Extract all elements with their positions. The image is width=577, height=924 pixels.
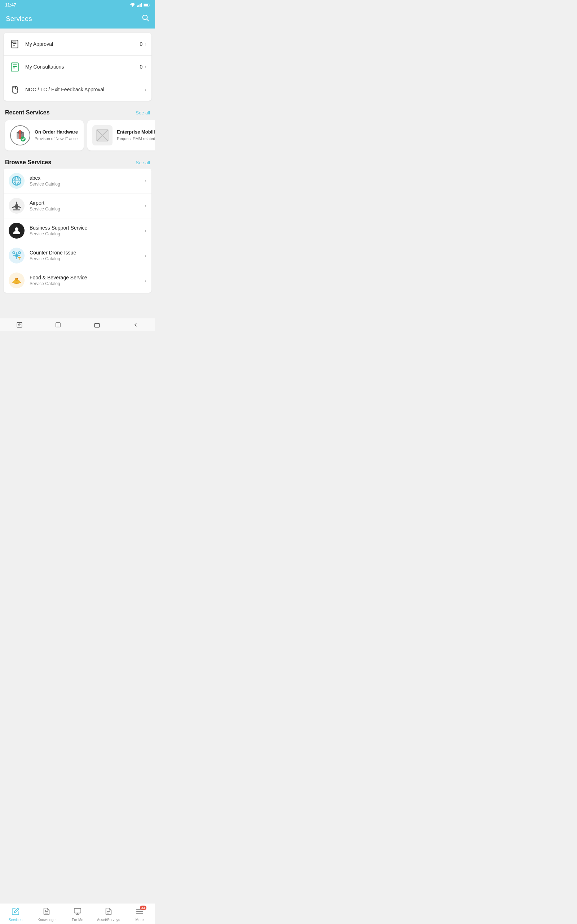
browse-item-food[interactable]: Food & Beverage Service Service Catalog … — [3, 268, 152, 293]
airport-title: Airport — [29, 200, 145, 206]
recent-service-emm[interactable]: Enterprise Mobility Management - Enrollm… — [87, 120, 155, 150]
abex-title: abex — [29, 175, 145, 181]
consult-count: 0 — [140, 64, 143, 69]
business-chevron: › — [145, 228, 147, 234]
svg-rect-33 — [15, 210, 15, 210]
main-content: My Approval 0 › My Consultations 0 › — [0, 33, 155, 318]
emm-subtitle: Request EMM related services f… — [117, 136, 155, 141]
home-button[interactable] — [53, 321, 63, 328]
hardware-icon — [10, 125, 30, 145]
browse-services-see-all[interactable]: See all — [135, 160, 150, 165]
hardware-subtitle: Provison of New IT asset — [35, 136, 79, 141]
svg-rect-34 — [16, 210, 17, 210]
wifi-icon — [130, 3, 135, 7]
business-subtitle: Service Catalog — [29, 231, 145, 236]
svg-line-9 — [147, 19, 148, 21]
approval-chevron: › — [145, 41, 147, 47]
svg-rect-2 — [139, 5, 140, 7]
page-title: Services — [6, 15, 32, 23]
svg-rect-35 — [18, 210, 19, 210]
browse-item-drone[interactable]: ! Counter Drone Issue Service Catalog › — [3, 243, 152, 268]
status-bar: 11:47 — [0, 0, 155, 10]
my-consultations-item[interactable]: My Consultations 0 › — [3, 56, 152, 78]
recent-services-see-all[interactable]: See all — [135, 110, 150, 115]
nav-back-arrow[interactable] — [130, 321, 141, 328]
consult-chevron: › — [145, 64, 147, 69]
svg-point-43 — [18, 252, 21, 254]
airport-icon — [9, 198, 24, 214]
search-icon[interactable] — [141, 14, 149, 23]
svg-rect-1 — [137, 5, 138, 7]
browse-item-airport[interactable]: Airport Service Catalog › — [3, 194, 152, 218]
ndc-icon — [9, 83, 21, 96]
svg-point-36 — [15, 228, 18, 231]
approval-icon — [9, 38, 21, 50]
svg-rect-14 — [11, 42, 13, 43]
drone-title: Counter Drone Issue — [29, 250, 145, 255]
ndc-tc-item[interactable]: NDC / TC / Exit Feedback Approval › — [3, 78, 152, 101]
svg-point-42 — [13, 252, 15, 254]
airport-subtitle: Service Catalog — [29, 207, 145, 212]
consult-icon — [9, 61, 21, 73]
consult-label: My Consultations — [25, 64, 140, 69]
system-nav — [0, 318, 155, 331]
abex-chevron: › — [145, 178, 147, 184]
svg-rect-6 — [149, 5, 150, 6]
abex-subtitle: Service Catalog — [29, 181, 145, 187]
food-subtitle: Service Catalog — [29, 281, 145, 286]
recent-service-hardware[interactable]: On Order Hardware Provison of New IT ass… — [5, 120, 84, 150]
emm-title: Enterprise Mobility Management - Enrollm… — [117, 129, 155, 135]
food-title: Food & Beverage Service — [29, 275, 145, 281]
svg-rect-10 — [11, 40, 18, 48]
drone-icon: ! — [9, 247, 24, 263]
browse-services-list: abex Service Catalog › Airport — [3, 168, 152, 293]
food-chevron: › — [145, 278, 147, 283]
browse-services-header: Browse Services See all — [0, 155, 155, 168]
back-button[interactable] — [14, 321, 25, 328]
recent-services-title: Recent Services — [5, 109, 50, 116]
status-time: 11:47 — [5, 3, 16, 8]
svg-rect-15 — [11, 63, 18, 71]
battery-icon — [143, 3, 150, 7]
svg-point-37 — [15, 254, 18, 257]
svg-rect-7 — [144, 4, 148, 6]
recents-button[interactable] — [92, 321, 102, 328]
approval-label: My Approval — [25, 41, 140, 47]
svg-rect-4 — [141, 3, 142, 7]
drone-subtitle: Service Catalog — [29, 256, 145, 261]
svg-rect-3 — [140, 4, 141, 7]
browse-item-business[interactable]: Business Support Service Service Catalog… — [3, 218, 152, 243]
svg-rect-59 — [95, 323, 100, 327]
browse-services-title: Browse Services — [5, 159, 51, 166]
business-icon — [9, 223, 24, 239]
svg-point-0 — [132, 6, 134, 7]
approval-count: 0 — [140, 41, 143, 47]
svg-rect-58 — [56, 323, 60, 327]
quick-actions-card: My Approval 0 › My Consultations 0 › — [3, 33, 152, 101]
ndc-label: NDC / TC / Exit Feedback Approval — [25, 87, 145, 92]
emm-icon — [92, 125, 113, 145]
browse-item-abex[interactable]: abex Service Catalog › — [3, 168, 152, 194]
ndc-chevron: › — [145, 87, 147, 92]
drone-chevron: › — [145, 253, 147, 258]
my-approval-item[interactable]: My Approval 0 › — [3, 33, 152, 56]
app-header: Services — [0, 10, 155, 29]
hardware-title: On Order Hardware — [35, 129, 79, 135]
recent-services-header: Recent Services See all — [0, 105, 155, 119]
food-icon — [9, 273, 24, 288]
business-title: Business Support Service — [29, 225, 145, 231]
airport-chevron: › — [145, 203, 147, 208]
status-icons — [130, 3, 150, 7]
signal-icon — [137, 3, 142, 7]
abex-icon — [9, 173, 24, 189]
recent-services-scroll: On Order Hardware Provison of New IT ass… — [0, 119, 155, 155]
